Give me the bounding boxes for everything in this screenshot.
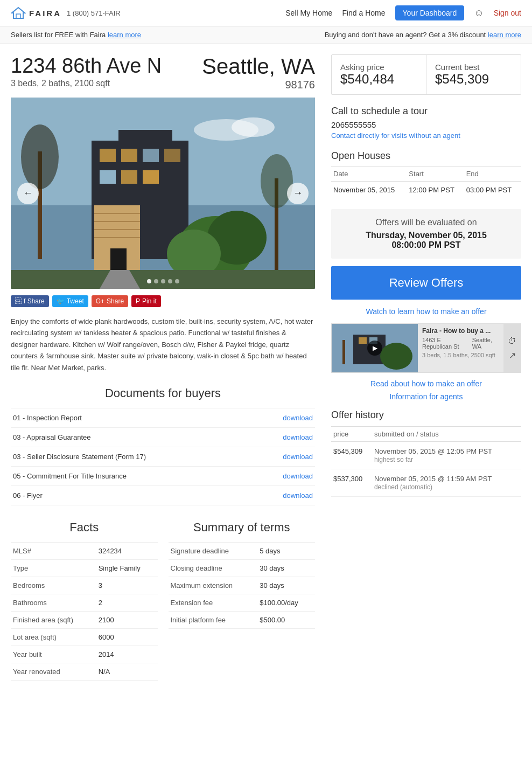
video-play-icon: ▶ xyxy=(367,341,382,356)
oh-date-header: Date xyxy=(331,166,407,182)
right-arrow-icon: → xyxy=(293,188,303,199)
open-houses-table: Date Start End November 05, 2015 12:00 P… xyxy=(331,166,521,198)
svg-rect-11 xyxy=(164,149,180,162)
svg-rect-8 xyxy=(100,149,116,162)
asking-price-label: Asking price xyxy=(340,63,417,72)
document-download-link[interactable]: download xyxy=(254,467,315,486)
document-download-link[interactable]: download xyxy=(254,486,315,505)
term-row: Signature deadline 5 days xyxy=(169,543,316,560)
term-value: 30 days xyxy=(257,560,315,577)
svg-rect-14 xyxy=(143,170,159,184)
fact-value: 3 xyxy=(96,577,158,594)
banner-right-link[interactable]: learn more xyxy=(488,31,521,39)
document-row: 05 - Commitment For Title Insurance down… xyxy=(11,467,315,486)
eval-box: Offers will be evaluated on Thursday, No… xyxy=(331,209,521,259)
term-row: Closing deadline 30 days xyxy=(169,560,316,577)
left-arrow-icon: ← xyxy=(23,188,33,199)
document-name: 03 - Seller Disclosure Statement (Form 1… xyxy=(11,447,254,467)
pinterest-icon: P xyxy=(136,297,140,305)
your-dashboard-link[interactable]: Your Dashboard xyxy=(395,5,465,20)
document-name: 05 - Commitment For Title Insurance xyxy=(11,467,254,486)
video-thumbnail[interactable]: ▶ Faira - How to buy a ... 1463 E Republ… xyxy=(331,323,521,373)
logo[interactable]: FAIRA 1 (800) 571-FAIR xyxy=(11,5,121,20)
term-row: Maximum extension 30 days xyxy=(169,577,316,594)
fact-label: Lot area (sqft) xyxy=(11,629,96,646)
find-a-home-link[interactable]: Find a Home xyxy=(342,9,385,17)
terms-section: Summary of terms Signature deadline 5 da… xyxy=(169,521,316,681)
fact-row: Year built 2014 xyxy=(11,646,158,663)
prev-image-button[interactable]: ← xyxy=(17,183,39,204)
read-link[interactable]: Read about how to make an offer xyxy=(331,379,521,388)
fact-row: Finished area (sqft) 2100 xyxy=(11,612,158,629)
fact-label: Finished area (sqft) xyxy=(11,612,96,629)
offer-submitted: November 05, 2015 @ 11:59 AM PSTdeclined… xyxy=(372,469,521,497)
offer-submitted: November 05, 2015 @ 12:05 PM PSThighest … xyxy=(372,442,521,469)
tour-section: Call to schedule a tour 2065555555 Conta… xyxy=(331,106,521,140)
term-value: $100.00/day xyxy=(257,594,315,612)
price-boxes: Asking price $540,484 Current best $545,… xyxy=(331,54,521,95)
term-label: Closing deadline xyxy=(169,560,258,577)
navbar: FAIRA 1 (800) 571-FAIR Sell My Home Find… xyxy=(0,0,532,26)
tour-title: Call to schedule a tour xyxy=(331,106,521,117)
terms-table: Signature deadline 5 daysClosing deadlin… xyxy=(169,542,316,629)
logo-text: FAIRA xyxy=(29,9,61,18)
svg-rect-9 xyxy=(121,149,137,162)
oh-date: November 05, 2015 xyxy=(331,182,407,199)
term-label: Signature deadline xyxy=(169,543,258,560)
documents-title: Documents for buyers xyxy=(11,386,315,400)
house-icon xyxy=(11,5,26,20)
term-row: Extension fee $100.00/day xyxy=(169,594,316,612)
document-download-link[interactable]: download xyxy=(254,447,315,467)
next-image-button[interactable]: → xyxy=(287,183,309,204)
svg-rect-12 xyxy=(100,170,116,184)
info-link[interactable]: Information for agents xyxy=(331,392,521,401)
oh-end: 03:00 PM PST xyxy=(464,182,521,199)
open-house-row: November 05, 2015 12:00 PM PST 03:00 PM … xyxy=(331,182,521,199)
svg-rect-1 xyxy=(16,14,20,18)
eval-label: Offers will be evaluated on xyxy=(340,218,513,227)
term-value: 5 days xyxy=(257,543,315,560)
document-row: 01 - Inspection Report download xyxy=(11,408,315,428)
term-label: Initial platform fee xyxy=(169,612,258,629)
fact-value: 6000 xyxy=(96,629,158,646)
facebook-icon:  xyxy=(15,297,22,305)
google-plus-share-button[interactable]: G+ Share xyxy=(92,295,128,307)
sell-my-home-link[interactable]: Sell My Home xyxy=(285,9,332,17)
term-row: Initial platform fee $500.00 xyxy=(169,612,316,629)
oh-start-header: Start xyxy=(407,166,464,182)
fact-value: 2 xyxy=(96,594,158,612)
banner-left-link[interactable]: learn more xyxy=(108,31,141,39)
review-offers-button[interactable]: Review Offers xyxy=(331,266,521,300)
document-name: 01 - Inspection Report xyxy=(11,408,254,428)
oh-end-header: End xyxy=(464,166,521,182)
svg-point-5 xyxy=(232,117,275,137)
terms-title: Summary of terms xyxy=(169,521,316,535)
property-city-state: Seattle, WA xyxy=(202,54,315,79)
document-download-link[interactable]: download xyxy=(254,408,315,428)
main-container: 1234 86th Ave N 3 beds, 2 baths, 2100 sq… xyxy=(0,44,532,691)
document-download-link[interactable]: download xyxy=(254,428,315,447)
fact-value: 2014 xyxy=(96,646,158,663)
asking-price-box: Asking price $540,484 xyxy=(332,55,426,94)
fact-label: Type xyxy=(11,560,96,577)
facebook-share-button[interactable]: f Share xyxy=(11,295,49,307)
property-specs: 3 beds, 2 baths, 2100 sqft xyxy=(11,79,162,88)
video-title: Faira - How to buy a ... xyxy=(422,327,499,335)
watch-link[interactable]: Watch to learn how to make an offer xyxy=(331,307,521,316)
fact-value: N/A xyxy=(96,663,158,681)
banner-left-text: Sellers list for FREE with Faira xyxy=(11,31,108,39)
property-description: Enjoy the comforts of wide plank hardwoo… xyxy=(11,316,315,373)
document-name: 03 - Appraisal Guarantee xyxy=(11,428,254,447)
twitter-share-button[interactable]: 🐦 Tweet xyxy=(52,295,88,307)
offer-history-row: $537,300 November 05, 2015 @ 11:59 AM PS… xyxy=(331,469,521,497)
fact-value: 324234 xyxy=(96,543,158,560)
banner: Sellers list for FREE with Faira learn m… xyxy=(0,26,532,44)
term-label: Maximum extension xyxy=(169,577,258,594)
svg-marker-0 xyxy=(12,8,25,18)
user-icon: ☺ xyxy=(474,8,484,19)
facts-terms-container: Facts MLS# 324234Type Single FamilyBedro… xyxy=(11,521,315,681)
left-column: 1234 86th Ave N 3 beds, 2 baths, 2100 sq… xyxy=(11,54,315,681)
pinterest-share-button[interactable]: P Pin it xyxy=(131,295,161,307)
documents-table: 01 - Inspection Report download03 - Appr… xyxy=(11,408,315,505)
sign-out-link[interactable]: Sign out xyxy=(494,9,521,17)
